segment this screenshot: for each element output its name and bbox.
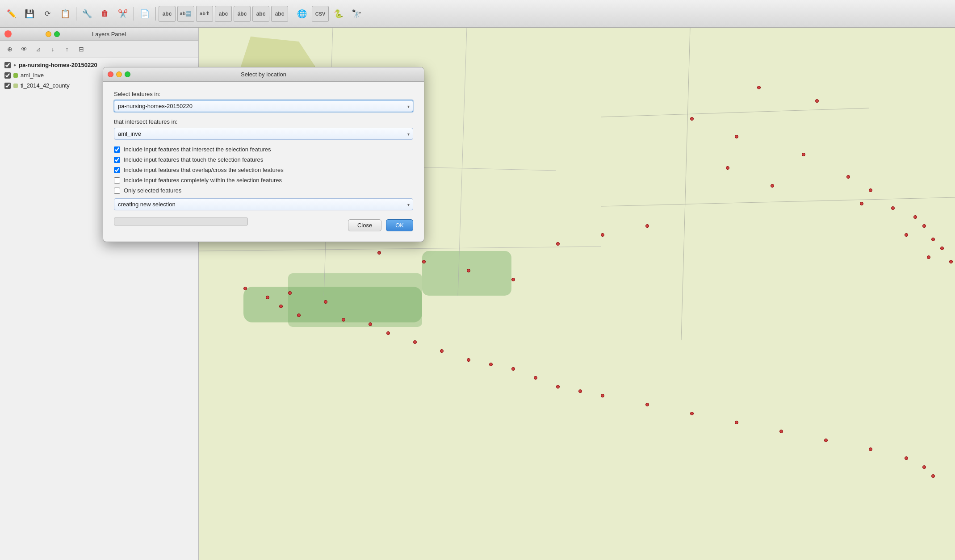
save-icon[interactable]: 💾 — [21, 6, 38, 22]
map-point — [905, 456, 908, 460]
layer-checkbox[interactable] — [4, 72, 11, 79]
sep3 — [155, 7, 156, 21]
select-features-wrapper: pa-nursing-homes-20150220 aml_inve tl_20… — [114, 100, 413, 112]
map-point — [534, 376, 537, 380]
select-features-dropdown[interactable]: pa-nursing-homes-20150220 aml_inve tl_20… — [114, 100, 413, 112]
panel-toolbar: ⊕ 👁 ⊿ ↓ ↑ ⊟ — [0, 41, 198, 58]
overlap-checkbox[interactable] — [114, 167, 120, 173]
layer-checkbox[interactable] — [4, 83, 11, 89]
svg-line-4 — [601, 108, 869, 117]
svg-line-6 — [601, 197, 955, 206]
dialog-body: Select features in: pa-nursing-homes-201… — [103, 82, 424, 242]
map-green-area — [422, 251, 511, 296]
main-toolbar: ✏️ 💾 ⟳ 📋 🔧 🗑 ✂️ 📄 abc ab🔤 ab⬆ abc ábc ab… — [0, 0, 955, 28]
select-by-location-dialog: Select by location Select features in: p… — [103, 67, 424, 242]
intersect-label: that intersect features in: — [114, 118, 413, 125]
delete-icon[interactable]: 🗑 — [97, 6, 113, 22]
label-abc-icon[interactable]: abc — [159, 6, 176, 22]
python-icon[interactable]: 🐍 — [331, 6, 347, 22]
binoculars-icon[interactable]: 🔭 — [348, 6, 364, 22]
progress-bar — [114, 217, 248, 226]
checkbox-item: Include input features completely within… — [114, 177, 413, 184]
panel-minimize-button[interactable] — [46, 31, 51, 37]
map-green-area — [288, 273, 422, 327]
map-point — [578, 389, 582, 393]
traffic-lights — [108, 71, 130, 77]
label-tool1-icon[interactable]: ab🔤 — [177, 6, 194, 22]
map-point — [511, 278, 515, 281]
overlap-checkbox-label[interactable]: Include input features that overlap/cros… — [124, 167, 284, 173]
only-selected-checkbox[interactable] — [114, 188, 120, 194]
within-checkbox[interactable] — [114, 177, 120, 184]
map-point — [440, 349, 444, 353]
map-point — [779, 430, 783, 433]
dialog-minimize-button[interactable] — [116, 71, 122, 77]
map-point — [940, 247, 944, 250]
clipboard-icon[interactable]: 📋 — [57, 6, 73, 22]
map-point — [690, 412, 694, 415]
map-point — [511, 367, 515, 371]
dialog-maximize-button[interactable] — [125, 71, 130, 77]
layer-name: aml_inve — [21, 72, 44, 79]
layer-name: pa-nursing-homes-20150220 — [19, 62, 97, 68]
map-point — [690, 117, 694, 121]
map-point — [342, 318, 345, 322]
move-down-icon[interactable]: ↓ — [46, 43, 59, 55]
map-point — [377, 251, 381, 255]
label-tool6-icon[interactable]: abc — [271, 6, 288, 22]
dialog-close-button[interactable] — [108, 71, 113, 77]
map-point — [869, 188, 872, 192]
select-features-label: Select features in: — [114, 91, 413, 97]
globe-icon[interactable]: 🌐 — [294, 6, 310, 22]
intersect-checkbox-label[interactable]: Include input features that intersect th… — [124, 146, 271, 153]
layer-color-swatch — [13, 84, 18, 88]
checkbox-item: Include input features that touch the se… — [114, 156, 413, 163]
dialog-title: Select by location — [241, 71, 286, 78]
filter-icon[interactable]: ⊿ — [32, 43, 45, 55]
move-up-icon[interactable]: ↑ — [61, 43, 73, 55]
map-point — [846, 175, 850, 179]
map-point — [735, 135, 738, 138]
checkbox-item: Include input features that intersect th… — [114, 146, 413, 153]
intersect-wrapper: aml_inve pa-nursing-homes-20150220 tl_20… — [114, 128, 413, 140]
layer-checkbox[interactable] — [4, 62, 11, 68]
paste-icon[interactable]: 📄 — [137, 6, 153, 22]
ok-button[interactable]: OK — [386, 219, 413, 231]
label-tool2-icon[interactable]: ab⬆ — [196, 6, 213, 22]
checkbox-item: Include input features that overlap/cros… — [114, 167, 413, 173]
map-point — [413, 340, 417, 344]
layer-color-swatch — [13, 73, 18, 78]
label-tool3-icon[interactable]: abc — [215, 6, 232, 22]
label-tool5-icon[interactable]: abc — [252, 6, 269, 22]
within-checkbox-label[interactable]: Include input features completely within… — [124, 177, 282, 184]
remove-layer-icon[interactable]: ⊟ — [75, 43, 88, 55]
map-point — [422, 260, 426, 263]
map-point — [815, 99, 819, 103]
selection-mode-wrapper: creating new selection adding to current… — [114, 198, 413, 210]
intersect-checkbox[interactable] — [114, 146, 120, 153]
touch-checkbox[interactable] — [114, 157, 120, 163]
panel-close-button[interactable] — [4, 30, 12, 38]
layer-name: tl_2014_42_county — [21, 82, 70, 89]
only-selected-checkbox-label[interactable]: Only selected features — [124, 187, 181, 194]
touch-checkbox-label[interactable]: Include input features that touch the se… — [124, 156, 263, 163]
map-point — [266, 296, 269, 299]
panel-maximize-button[interactable] — [54, 31, 60, 37]
cut-icon[interactable]: ✂️ — [115, 6, 131, 22]
csv-icon[interactable]: CSV — [312, 6, 329, 22]
edit-icon[interactable]: ✏️ — [4, 6, 20, 22]
settings-icon[interactable]: 🔧 — [79, 6, 95, 22]
map-point — [489, 363, 493, 366]
label-tool4-icon[interactable]: ábc — [234, 6, 251, 22]
refresh-icon[interactable]: ⟳ — [39, 6, 55, 22]
intersect-dropdown[interactable]: aml_inve pa-nursing-homes-20150220 tl_20… — [114, 128, 413, 140]
add-layer-icon[interactable]: ⊕ — [4, 43, 16, 55]
eye-icon[interactable]: 👁 — [18, 43, 30, 55]
selection-mode-dropdown[interactable]: creating new selection adding to current… — [114, 198, 413, 210]
map-point — [467, 358, 470, 362]
sep2 — [134, 7, 134, 21]
map-point — [556, 242, 560, 246]
map-point — [369, 322, 372, 326]
close-button[interactable]: Close — [348, 219, 381, 231]
map-point — [735, 421, 738, 424]
